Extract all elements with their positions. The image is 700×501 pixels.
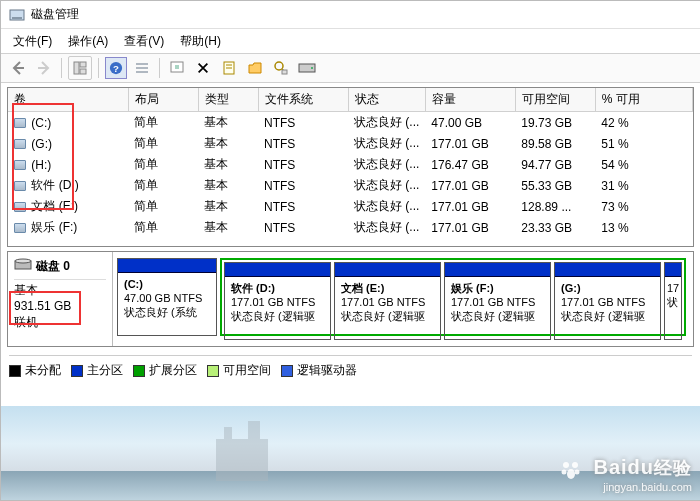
col-free[interactable]: 可用空间 <box>515 88 595 112</box>
separator <box>61 58 62 78</box>
folder-icon[interactable] <box>244 57 266 79</box>
titlebar: 磁盘管理 <box>1 1 700 29</box>
volume-table[interactable]: 卷 布局 类型 文件系统 状态 容量 可用空间 % 可用 (C:) 简单基本NT… <box>8 88 693 238</box>
svg-rect-1 <box>12 17 22 19</box>
logical-stripe <box>555 263 660 277</box>
disk-drive-icon <box>14 256 32 277</box>
logical-stripe <box>445 263 550 277</box>
partition-e[interactable]: 文档 (E:) 177.01 GB NTFS 状态良好 (逻辑驱 <box>334 262 441 340</box>
legend-unallocated: 未分配 <box>9 362 61 379</box>
separator <box>159 58 160 78</box>
svg-text:?: ? <box>113 63 119 74</box>
svg-rect-12 <box>171 62 183 72</box>
help-button[interactable]: ? <box>105 57 127 79</box>
volume-icon <box>14 223 26 233</box>
volume-icon <box>14 181 26 191</box>
svg-point-25 <box>561 470 566 475</box>
drive-icon[interactable] <box>296 57 318 79</box>
search-icon[interactable] <box>270 57 292 79</box>
toolbar: ? <box>1 53 700 83</box>
table-row[interactable]: 文档 (E:) 简单基本NTFS 状态良好 (...177.01 GB128.8… <box>8 196 693 217</box>
partition-f[interactable]: 娱乐 (F:) 177.01 GB NTFS 状态良好 (逻辑驱 <box>444 262 551 340</box>
view-button[interactable] <box>69 57 91 79</box>
close-icon[interactable] <box>192 57 214 79</box>
col-fs[interactable]: 文件系统 <box>258 88 348 112</box>
col-status[interactable]: 状态 <box>348 88 425 112</box>
partition-map: (C:) 47.00 GB NTFS 状态良好 (系统 软件 (D:) 177.… <box>113 252 693 346</box>
volume-icon <box>14 160 26 170</box>
col-pct[interactable]: % 可用 <box>595 88 692 112</box>
volume-icon <box>14 202 26 212</box>
disk-status: 联机 <box>14 314 106 330</box>
partition-cutoff[interactable]: 17 状 <box>664 262 682 340</box>
menu-action[interactable]: 操作(A) <box>64 31 112 52</box>
disk-panel: 磁盘 0 基本 931.51 GB 联机 (C:) 47.00 GB NTFS … <box>7 251 694 347</box>
partition-g[interactable]: (G:) 177.01 GB NTFS 状态良好 (逻辑驱 <box>554 262 661 340</box>
svg-point-16 <box>275 62 283 70</box>
col-layout[interactable]: 布局 <box>128 88 198 112</box>
svg-rect-18 <box>282 70 287 74</box>
volume-table-wrapper: 卷 布局 类型 文件系统 状态 容量 可用空间 % 可用 (C:) 简单基本NT… <box>7 87 694 247</box>
menubar: 文件(F) 操作(A) 查看(V) 帮助(H) <box>1 29 700 53</box>
menu-view[interactable]: 查看(V) <box>120 31 168 52</box>
partition-c[interactable]: (C:) 47.00 GB NTFS 状态良好 (系统 <box>117 258 217 336</box>
logical-stripe <box>225 263 330 277</box>
svg-point-22 <box>15 259 31 263</box>
extended-partition: 软件 (D:) 177.01 GB NTFS 状态良好 (逻辑驱 文档 (E:)… <box>220 258 686 336</box>
menu-file[interactable]: 文件(F) <box>9 31 56 52</box>
window-title: 磁盘管理 <box>31 6 79 23</box>
refresh-button[interactable] <box>166 57 188 79</box>
legend: 未分配 主分区 扩展分区 可用空间 逻辑驱动器 <box>9 355 692 379</box>
disk-mgmt-icon <box>9 7 25 23</box>
primary-stripe <box>118 259 216 273</box>
back-button[interactable] <box>7 57 29 79</box>
volume-icon <box>14 139 26 149</box>
disk-label: 磁盘 0 <box>36 258 70 275</box>
separator <box>98 58 99 78</box>
svg-point-26 <box>574 470 579 475</box>
legend-freespace: 可用空间 <box>207 362 271 379</box>
svg-rect-6 <box>80 69 86 74</box>
svg-point-24 <box>572 462 578 468</box>
svg-rect-4 <box>74 62 79 74</box>
svg-point-23 <box>563 462 569 468</box>
svg-point-27 <box>567 469 575 479</box>
disk-info-pane: 磁盘 0 基本 931.51 GB 联机 <box>8 252 113 346</box>
logical-stripe <box>665 263 681 277</box>
table-row[interactable]: (G:) 简单基本NTFS 状态良好 (...177.01 GB89.58 GB… <box>8 133 693 154</box>
table-header: 卷 布局 类型 文件系统 状态 容量 可用空间 % 可用 <box>8 88 693 112</box>
table-row[interactable]: 软件 (D:) 简单基本NTFS 状态良好 (...177.01 GB55.33… <box>8 175 693 196</box>
table-row[interactable]: (H:) 简单基本NTFS 状态良好 (...176.47 GB94.77 GB… <box>8 154 693 175</box>
disk-type: 基本 <box>14 282 106 298</box>
svg-point-20 <box>311 67 313 69</box>
svg-rect-5 <box>80 62 86 67</box>
forward-button[interactable] <box>33 57 55 79</box>
watermark: Baidu经验 jingyan.baidu.com <box>559 456 692 493</box>
col-type[interactable]: 类型 <box>198 88 258 112</box>
disk-size: 931.51 GB <box>14 298 106 314</box>
partition-d[interactable]: 软件 (D:) 177.01 GB NTFS 状态良好 (逻辑驱 <box>224 262 331 340</box>
col-capacity[interactable]: 容量 <box>425 88 515 112</box>
watermark-url: jingyan.baidu.com <box>559 481 692 493</box>
logical-stripe <box>335 263 440 277</box>
properties-icon[interactable] <box>218 57 240 79</box>
col-volume[interactable]: 卷 <box>8 88 128 112</box>
table-row[interactable]: 娱乐 (F:) 简单基本NTFS 状态良好 (...177.01 GB23.33… <box>8 217 693 238</box>
volume-icon <box>14 118 26 128</box>
menu-help[interactable]: 帮助(H) <box>176 31 225 52</box>
list-button[interactable] <box>131 57 153 79</box>
legend-extended: 扩展分区 <box>133 362 197 379</box>
legend-primary: 主分区 <box>71 362 123 379</box>
legend-logical: 逻辑驱动器 <box>281 362 357 379</box>
table-row[interactable]: (C:) 简单基本NTFS 状态良好 (...47.00 GB19.73 GB4… <box>8 112 693 134</box>
